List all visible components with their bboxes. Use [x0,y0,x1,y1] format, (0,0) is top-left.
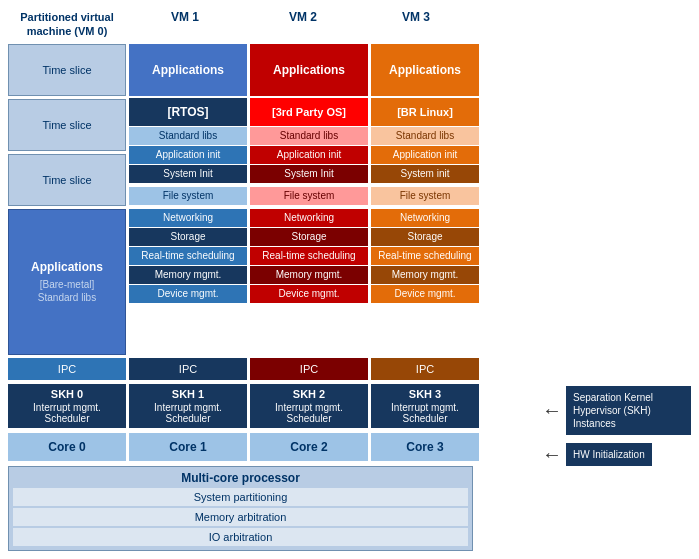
vm1-stack-item: System Init [129,165,247,183]
skh0-sub2: Scheduler [44,413,89,424]
vm3-ipc: IPC [371,358,479,380]
vm1-stack-item: Networking [129,209,247,227]
core3-box: Core 3 [371,433,479,461]
multicore-section: Multi-core processor System partitioning… [8,466,473,551]
annotation-hw: ← HW Initialization [542,443,691,466]
vm2-stack-item: Real-time scheduling [250,247,368,265]
vm2-ipc: IPC [250,358,368,380]
vm3-header: VM 3 [362,8,470,41]
vm0-apps-block: Applications [Bare-metal]Standard libs [8,209,126,355]
vm2-stack-item: Device mgmt. [250,285,368,303]
skh0-sub1: Interrupt mgmt. [33,402,101,413]
vm2-stack-item: System Init [250,165,368,183]
skh-row: SKH 0 Interrupt mgmt. Scheduler SKH 1 In… [8,384,536,428]
vm1-apps-top: Applications [129,44,247,96]
core2-box: Core 2 [250,433,368,461]
vm3-stack-item: System init [371,165,479,183]
vm1-header: VM 1 [126,8,244,41]
vm2-stack-item: Standard libs [250,127,368,145]
vm3-stack-item: Standard libs [371,127,479,145]
skh2-label: SKH 2 [293,388,325,400]
vm1-ipc: IPC [129,358,247,380]
vm2-os-label: [3rd Party OS] [250,98,368,126]
multicore-items: System partitioning Memory arbitration I… [13,488,468,546]
vm2-apps-top: Applications [250,44,368,96]
vm1-stack-item: Real-time scheduling [129,247,247,265]
skh3-label: SKH 3 [409,388,441,400]
vm1-stack-item: Device mgmt. [129,285,247,303]
skh1-box: SKH 1 Interrupt mgmt. Scheduler [129,384,247,428]
vm2-stack-item: File system [250,187,368,205]
vm2-stack-item: Application init [250,146,368,164]
vm1-stack-item: Memory mgmt. [129,266,247,284]
vm1-stack-item: File system [129,187,247,205]
vm1-stack-item: Storage [129,228,247,246]
multicore-item-3: IO arbitration [13,528,468,546]
vm3-stack: Standard libs Application init System in… [371,127,479,357]
vm3-stack-item: Networking [371,209,479,227]
timeslice-3: Time slice [8,154,126,206]
skh1-label: SKH 1 [172,388,204,400]
column-headers: Partitioned virtualmachine (VM 0) VM 1 V… [8,8,536,41]
hw-annotation-text: HW Initialization [566,443,652,466]
skh3-sub1: Interrupt mgmt. [391,402,459,413]
skh2-sub2: Scheduler [286,413,331,424]
core1-box: Core 1 [129,433,247,461]
vm0-ipc: IPC [8,358,126,380]
arrow-skh: ← [542,399,562,422]
vm0-column: Time slice Time slice Time slice Applica… [8,44,126,380]
left-diagram: Partitioned virtualmachine (VM 0) VM 1 V… [8,8,536,551]
vm1-stack-item: Application init [129,146,247,164]
skh2-box: SKH 2 Interrupt mgmt. Scheduler [250,384,368,428]
vm1-stack-item: Standard libs [129,127,247,145]
vm2-stack-item: Memory mgmt. [250,266,368,284]
vm3-column: Applications [BR Linux] Standard libs Ap… [371,44,479,380]
annotation-skh: ← Separation Kernel Hypervisor (SKH) Ins… [542,386,691,435]
skh3-sub2: Scheduler [402,413,447,424]
multicore-title: Multi-core processor [13,471,468,485]
multicore-item-1: System partitioning [13,488,468,506]
arrow-hw: ← [542,443,562,466]
vm0-bare-metal: [Bare-metal]Standard libs [38,278,96,304]
multicore-item-2: Memory arbitration [13,508,468,526]
diagram-container: Partitioned virtualmachine (VM 0) VM 1 V… [0,0,699,559]
skh0-label: SKH 0 [51,388,83,400]
right-annotations: ← Separation Kernel Hypervisor (SKH) Ins… [536,8,691,551]
vm2-stack-item: Storage [250,228,368,246]
timeslice-2: Time slice [8,99,126,151]
vm2-stack: Standard libs Application init System In… [250,127,368,357]
vm3-stack-item: Memory mgmt. [371,266,479,284]
core0-box: Core 0 [8,433,126,461]
vm0-header: Partitioned virtualmachine (VM 0) [8,8,126,41]
skh1-sub2: Scheduler [165,413,210,424]
vm1-os-label: [RTOS] [129,98,247,126]
vm3-apps-top: Applications [371,44,479,96]
vm3-stack-item: Application init [371,146,479,164]
vm3-stack-item: File system [371,187,479,205]
vm1-column: Applications [RTOS] Standard libs Applic… [129,44,247,380]
vm2-stack-item: Networking [250,209,368,227]
vm3-stack-item: Storage [371,228,479,246]
skh2-sub1: Interrupt mgmt. [275,402,343,413]
vm3-os-label: [BR Linux] [371,98,479,126]
skh1-sub1: Interrupt mgmt. [154,402,222,413]
skh0-box: SKH 0 Interrupt mgmt. Scheduler [8,384,126,428]
vm1-stack: Standard libs Application init System In… [129,127,247,357]
vm2-header: VM 2 [244,8,362,41]
core-row: Core 0 Core 1 Core 2 Core 3 [8,433,536,461]
bottom-area: SKH 0 Interrupt mgmt. Scheduler SKH 1 In… [8,380,536,551]
vm3-stack-item: Device mgmt. [371,285,479,303]
vm0-apps-label: Applications [31,260,103,274]
skh-annotation-text: Separation Kernel Hypervisor (SKH) Insta… [566,386,691,435]
vm2-column: Applications [3rd Party OS] Standard lib… [250,44,368,380]
vm3-stack-item: Real-time scheduling [371,247,479,265]
vm-columns: Time slice Time slice Time slice Applica… [8,44,536,380]
timeslice-1: Time slice [8,44,126,96]
skh3-box: SKH 3 Interrupt mgmt. Scheduler [371,384,479,428]
